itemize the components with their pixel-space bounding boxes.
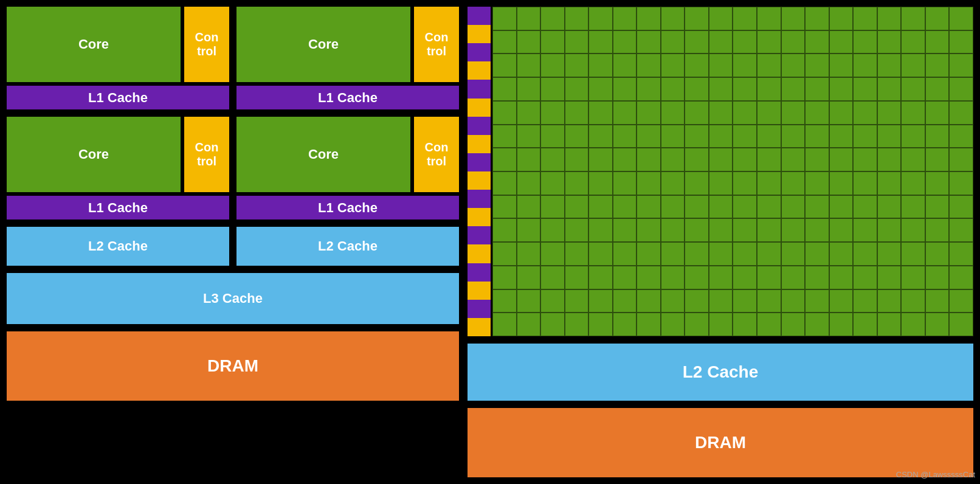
gpu-cell-10-13 [805,242,829,266]
gpu-cell-10-14 [829,242,854,266]
gpu-cell-9-9 [709,218,733,242]
gpu-cell-12-1 [517,289,541,313]
gpu-cell-2-18 [925,54,950,77]
gpu-cell-11-3 [565,266,589,289]
gpu-cell-9-16 [877,218,902,242]
control-2: Con trol [412,5,461,84]
main-container: Core Con trol L1 Cache Core Co [0,0,980,484]
gpu-cell-1-15 [853,30,877,54]
gpu-cell-11-15 [853,266,877,289]
gpu-cell-2-2 [540,54,565,77]
gpu-cell-4-10 [733,101,757,125]
stripe-cell-9 [468,171,491,190]
gpu-cell-11-10 [733,266,757,289]
gpu-cell-13-9 [709,313,733,336]
gpu-cell-11-2 [540,266,565,289]
gpu-cell-9-7 [661,218,685,242]
gpu-cell-2-10 [733,54,757,77]
gpu-cell-1-9 [709,30,733,54]
gpu-cell-4-4 [588,101,613,125]
gpu-cell-7-0 [492,171,517,195]
gpu-cell-12-13 [805,289,829,313]
gpu-cell-13-14 [829,313,854,336]
gpu-cell-1-0 [492,30,517,54]
gpu-cell-9-4 [588,218,613,242]
gpu-cell-3-10 [733,77,757,101]
gpu-cell-4-0 [492,101,517,125]
gpu-cell-2-15 [853,54,877,77]
gpu-cell-0-2 [540,7,565,30]
gpu-cell-3-18 [925,77,950,101]
gpu-cell-2-9 [709,54,733,77]
stripe-cell-14 [468,263,491,282]
control-1: Con trol [182,5,231,84]
gpu-cell-8-19 [949,195,973,219]
gpu-cell-5-0 [492,125,517,148]
core-group-3: Core Con trol L1 Cache [5,115,231,221]
gpu-cell-6-0 [492,148,517,171]
gpu-cell-6-14 [829,148,854,171]
l1-cache-4: L1 Cache [235,194,461,221]
gpu-cell-3-19 [949,77,973,101]
gpu-cell-9-5 [613,218,637,242]
gpu-cell-12-0 [492,289,517,313]
gpu-cell-3-11 [757,77,781,101]
stripe-cell-1 [468,25,491,43]
gpu-cell-1-13 [805,30,829,54]
l2-cache-right: L2 Cache [235,225,461,268]
gpu-cell-11-12 [781,266,806,289]
gpu-cell-13-10 [733,313,757,336]
gpu-cell-12-3 [565,289,589,313]
gpu-cell-4-15 [853,101,877,125]
gpu-cell-9-15 [853,218,877,242]
cpu-diagram: Core Con trol L1 Cache Core Co [5,5,461,479]
gpu-cell-12-18 [925,289,950,313]
gpu-cell-13-5 [613,313,637,336]
gpu-cell-13-11 [757,313,781,336]
gpu-cell-5-10 [733,125,757,148]
gpu-cell-5-4 [588,125,613,148]
gpu-cell-5-2 [540,125,565,148]
gpu-cell-9-6 [637,218,661,242]
gpu-cell-1-7 [661,30,685,54]
gpu-cell-7-16 [877,171,902,195]
gpu-cell-9-13 [805,218,829,242]
gpu-cell-0-4 [588,7,613,30]
gpu-cell-6-4 [588,148,613,171]
gpu-cell-10-11 [757,242,781,266]
gpu-cell-7-8 [685,171,709,195]
gpu-cell-0-11 [757,7,781,30]
gpu-cell-7-14 [829,171,854,195]
gpu-cell-2-3 [565,54,589,77]
gpu-cell-13-13 [805,313,829,336]
gpu-cell-6-17 [901,148,925,171]
l1-cache-3: L1 Cache [5,194,231,221]
gpu-cell-5-8 [685,125,709,148]
gpu-cell-0-8 [685,7,709,30]
gpu-cell-0-3 [565,7,589,30]
gpu-cell-1-11 [757,30,781,54]
gpu-cell-10-3 [565,242,589,266]
gpu-cell-0-5 [613,7,637,30]
gpu-cell-2-5 [613,54,637,77]
gpu-cell-11-9 [709,266,733,289]
gpu-cell-0-10 [733,7,757,30]
gpu-cell-9-11 [757,218,781,242]
gpu-cell-5-3 [565,125,589,148]
gpu-cell-5-15 [853,125,877,148]
gpu-cell-7-13 [805,171,829,195]
stripe-cell-10 [468,190,491,208]
l1-cache-2: L1 Cache [235,84,461,111]
gpu-cell-11-7 [661,266,685,289]
gpu-cell-1-4 [588,30,613,54]
gpu-cell-0-13 [805,7,829,30]
gpu-cell-13-17 [901,313,925,336]
gpu-cell-5-6 [637,125,661,148]
gpu-cell-1-10 [733,30,757,54]
gpu-cell-10-17 [901,242,925,266]
gpu-cell-6-5 [613,148,637,171]
stripe-cell-3 [468,61,491,80]
gpu-cell-2-11 [757,54,781,77]
gpu-cell-10-8 [685,242,709,266]
gpu-cell-0-1 [517,7,541,30]
